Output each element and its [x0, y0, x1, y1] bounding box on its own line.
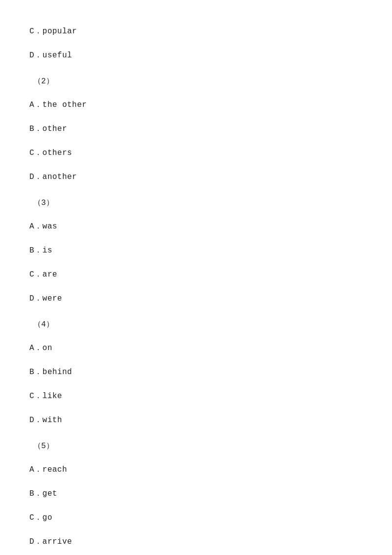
option-c-like: C．like: [29, 384, 363, 408]
option-d-useful: D．useful: [29, 44, 363, 68]
option-d-another: D．another: [29, 165, 363, 189]
option-d-with: D．with: [29, 408, 363, 432]
question-number-4: （4）: [29, 311, 363, 337]
option-a-was: A．was: [29, 215, 363, 239]
option-c-go: C．go: [29, 506, 363, 530]
option-a-reach: A．reach: [29, 458, 363, 482]
section-2: （2） A．the other B．other C．others D．anoth…: [29, 68, 363, 189]
option-d-arrive: D．arrive: [29, 530, 363, 554]
main-content: C．popular D．useful （2） A．the other B．oth…: [0, 0, 392, 555]
question-number-5: （5）: [29, 432, 363, 458]
question-number-2: （2）: [29, 68, 363, 94]
option-a-the-other: A．the other: [29, 93, 363, 117]
option-c-are: C．are: [29, 263, 363, 287]
option-b-behind: B．behind: [29, 360, 363, 384]
option-b-is: B．is: [29, 239, 363, 263]
option-b-other: B．other: [29, 117, 363, 141]
section-3: （3） A．was B．is C．are D．were: [29, 189, 363, 311]
option-c-popular: C．popular: [29, 20, 363, 44]
option-b-get: B．get: [29, 482, 363, 506]
option-a-on: A．on: [29, 336, 363, 360]
question-number-3: （3）: [29, 189, 363, 215]
section-4: （4） A．on B．behind C．like D．with: [29, 311, 363, 432]
option-c-others: C．others: [29, 141, 363, 165]
section-1: C．popular D．useful: [29, 20, 363, 68]
option-d-were: D．were: [29, 287, 363, 311]
section-5: （5） A．reach B．get C．go D．arrive: [29, 432, 363, 554]
